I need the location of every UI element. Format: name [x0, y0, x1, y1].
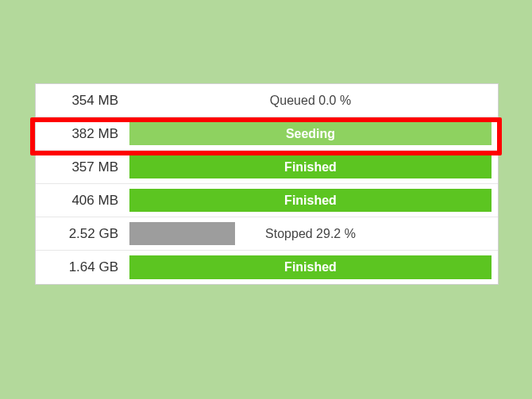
progress-bar: Stopped 29.2 % — [129, 222, 492, 245]
status-label: Finished — [129, 255, 492, 279]
status-label: Queued 0.0 % — [129, 89, 492, 112]
status-label: Finished — [129, 189, 492, 212]
progress-bar: Queued 0.0 % — [129, 89, 492, 112]
progress-bar: Finished — [129, 255, 492, 279]
size-value: 357 MB — [36, 151, 121, 183]
progress-bar: Finished — [129, 155, 492, 178]
progress-bar: Seeding — [129, 122, 492, 145]
list-item[interactable]: 357 MB Finished — [36, 151, 498, 184]
size-value: 1.64 GB — [36, 251, 121, 284]
size-value: 406 MB — [36, 184, 121, 217]
list-item[interactable]: 2.52 GB Stopped 29.2 % — [36, 217, 498, 251]
list-item[interactable]: 382 MB Seeding — [36, 117, 498, 151]
status-label: Finished — [129, 155, 492, 178]
status-label: Seeding — [129, 122, 492, 145]
size-value: 2.52 GB — [36, 217, 121, 250]
torrent-list-panel: 354 MB Queued 0.0 % 382 MB Seeding 357 M… — [35, 83, 499, 285]
progress-bar: Finished — [129, 189, 492, 212]
list-item[interactable]: 354 MB Queued 0.0 % — [36, 84, 498, 117]
list-item[interactable]: 1.64 GB Finished — [36, 251, 498, 284]
size-value: 382 MB — [36, 117, 121, 150]
status-label: Stopped 29.2 % — [129, 222, 492, 245]
size-value: 354 MB — [36, 84, 121, 117]
list-item[interactable]: 406 MB Finished — [36, 184, 498, 217]
